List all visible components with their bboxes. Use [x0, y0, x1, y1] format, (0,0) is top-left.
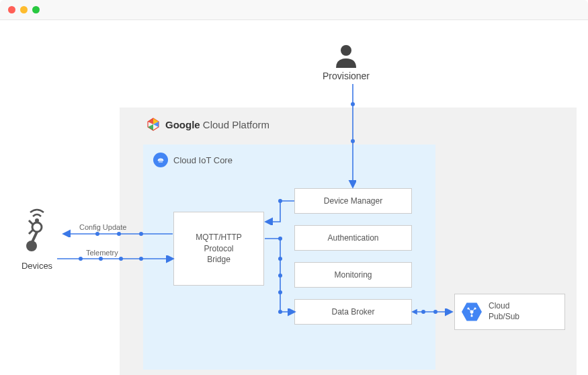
protocol-bridge-label: MQTT/HTTP Protocol Bridge [196, 232, 242, 265]
window-zoom-dot[interactable] [32, 6, 40, 13]
iot-core-icon [153, 153, 168, 167]
data-broker-node: Data Broker [294, 299, 412, 325]
authentication-label: Authentication [327, 233, 378, 244]
provisioner-node: Provisioner [323, 44, 370, 81]
pubsub-icon [462, 302, 482, 322]
authentication-node: Authentication [294, 225, 412, 251]
svg-point-14 [32, 222, 42, 232]
window-close-dot[interactable] [8, 6, 15, 13]
window-minimize-dot[interactable] [20, 6, 28, 13]
data-broker-label: Data Broker [331, 306, 374, 318]
gcp-logo-icon [146, 118, 160, 131]
devices-node: Devices [10, 208, 64, 271]
svg-line-11 [472, 308, 475, 312]
edge-label-telemetry: Telemetry [86, 249, 118, 257]
svg-point-16 [26, 241, 37, 251]
provisioner-label: Provisioner [323, 71, 370, 81]
svg-line-10 [468, 308, 472, 312]
device-manager-node: Device Manager [294, 188, 412, 214]
device-manager-label: Device Manager [324, 196, 382, 207]
svg-point-31 [79, 257, 83, 261]
svg-marker-5 [148, 118, 153, 124]
devices-label: Devices [10, 261, 64, 271]
svg-point-0 [341, 45, 351, 56]
edge-label-config-update: Config Update [79, 223, 126, 231]
monitoring-node: Monitoring [294, 262, 412, 288]
gcp-header: Google Cloud Platform [146, 118, 269, 131]
pubsub-node: Cloud Pub/Sub [454, 294, 565, 330]
protocol-bridge-node: MQTT/HTTP Protocol Bridge [173, 212, 264, 286]
svg-point-18 [351, 102, 355, 106]
person-icon [333, 44, 359, 68]
iot-header: Cloud IoT Core [153, 153, 233, 167]
iot-title: Cloud IoT Core [173, 155, 233, 165]
gcp-title: Google Cloud Platform [165, 119, 269, 130]
svg-point-29 [95, 232, 99, 236]
diagram-canvas: Provisioner Google Cloud Platform Cloud … [0, 20, 588, 375]
iot-core-container: Cloud IoT Core MQTT/HTTP Protocol Bridge… [143, 144, 435, 370]
svg-marker-4 [148, 124, 153, 130]
monitoring-label: Monitoring [334, 269, 372, 281]
svg-point-32 [99, 257, 103, 261]
pubsub-label: Cloud Pub/Sub [489, 301, 519, 322]
gcp-container: Google Cloud Platform Cloud IoT Core MQT… [120, 108, 577, 375]
robot-arm-icon [17, 208, 57, 255]
browser-chrome [0, 0, 588, 20]
